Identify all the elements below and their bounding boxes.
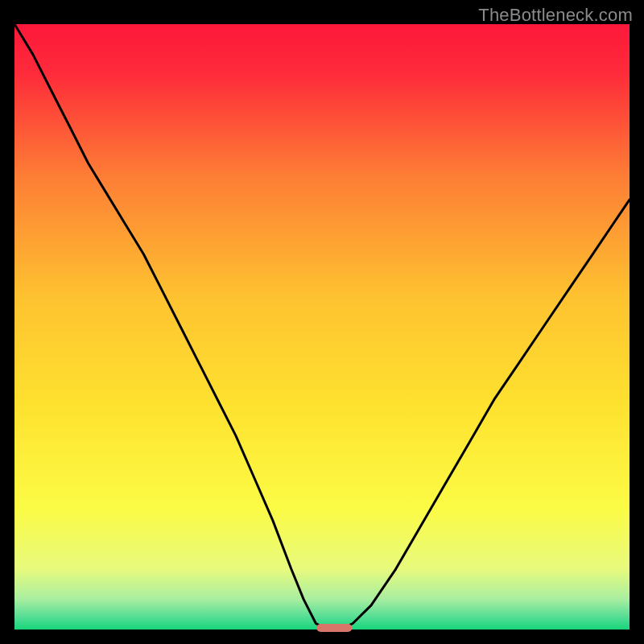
gradient-background	[14, 24, 630, 630]
bottleneck-chart	[0, 0, 644, 644]
chart-frame: TheBottleneck.com	[0, 0, 644, 644]
watermark-text: TheBottleneck.com	[478, 5, 633, 26]
optimal-zone-marker	[316, 624, 352, 632]
